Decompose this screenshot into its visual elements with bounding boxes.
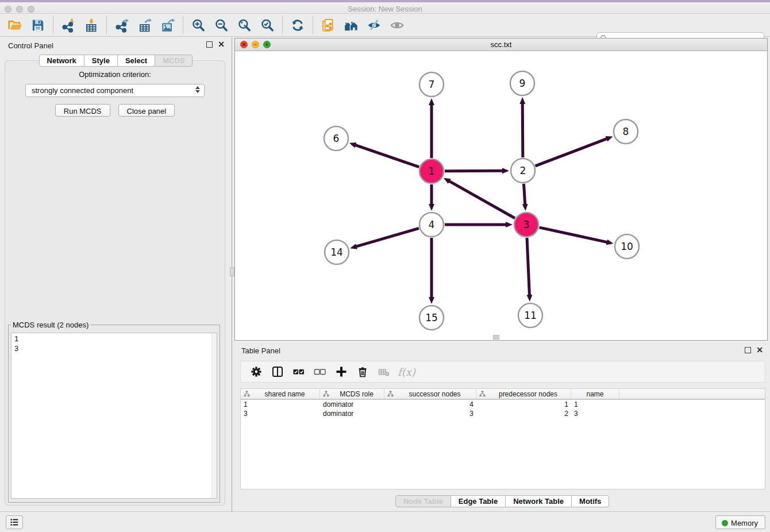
column-header-successor-nodes[interactable]: successor nodes (384, 389, 476, 399)
edge-2-9[interactable] (522, 103, 523, 157)
table-cell[interactable]: 3 (241, 409, 320, 418)
toolbar-separator (183, 17, 183, 34)
select-all-button[interactable] (290, 363, 307, 380)
table-cell[interactable]: 1 (571, 400, 619, 409)
import-table-button[interactable] (80, 16, 103, 35)
column-header-name[interactable]: name (571, 389, 619, 399)
table-cell[interactable]: 2 (476, 409, 571, 418)
tab-style[interactable]: Style (84, 55, 118, 67)
table-cell[interactable]: 3 (571, 409, 619, 418)
export-image-button[interactable] (156, 16, 179, 35)
list-icon (9, 517, 20, 527)
column-header-predecessor-nodes[interactable]: predecessor nodes (476, 389, 571, 399)
tab-select[interactable]: Select (118, 55, 155, 67)
memory-button[interactable]: Memory (715, 515, 765, 529)
close-table-panel-button[interactable]: ✕ (756, 347, 763, 353)
column-header-shared-name[interactable]: shared name (241, 389, 320, 399)
table-panel-header: Table Panel ✕ (234, 345, 770, 357)
hide-graphics-details-button[interactable] (363, 16, 386, 35)
checked-boxes-icon (292, 365, 305, 378)
table-cell[interactable]: 1 (241, 400, 320, 409)
graph-node-4[interactable]: 4 (419, 213, 444, 237)
show-graphics-details-button[interactable] (386, 16, 409, 35)
close-panel-button-2[interactable]: Close panel (118, 104, 175, 117)
svg-text:3: 3 (523, 219, 530, 230)
table-cell[interactable]: 3 (384, 409, 476, 418)
tab-network-table[interactable]: Network Table (506, 495, 572, 507)
delete-table-button[interactable] (375, 363, 392, 380)
column-label: name (571, 390, 619, 398)
criterion-select[interactable]: strongly connected component (25, 84, 205, 97)
graph-node-1[interactable]: 1 (419, 159, 444, 183)
graph-node-8[interactable]: 8 (614, 119, 638, 144)
float-panel-button[interactable] (206, 41, 213, 48)
table-cell[interactable]: dominator (320, 409, 384, 418)
edge-2-3[interactable] (523, 184, 525, 205)
tab-motifs[interactable]: Motifs (572, 495, 609, 507)
table-cell[interactable]: dominator (320, 400, 384, 409)
optimization-criterion-label: Optimization criterion: (5, 70, 225, 79)
graph-node-7[interactable]: 7 (419, 72, 444, 97)
float-table-panel-button[interactable] (745, 347, 751, 353)
result-scrollbar[interactable] (211, 333, 217, 498)
graph-node-3[interactable]: 3 (514, 213, 538, 237)
refresh-button[interactable] (286, 16, 309, 35)
tab-node-table[interactable]: Node Table (395, 495, 451, 507)
show-column-panel-button[interactable] (269, 363, 286, 380)
trash-icon (356, 365, 369, 378)
table-panel-title: Table Panel (241, 346, 280, 355)
show-panels-button[interactable] (6, 515, 23, 529)
edge-1-6[interactable] (355, 145, 419, 167)
criterion-value: strongly connected component (32, 86, 133, 95)
export-network-button[interactable] (110, 16, 133, 35)
canvas-scroll-grip[interactable] (493, 335, 499, 340)
toolbar-separator (106, 17, 107, 34)
table-cell[interactable]: 4 (384, 400, 476, 409)
zoom-fit-button[interactable] (233, 16, 256, 35)
zoom-selected-button[interactable] (256, 16, 279, 35)
edge-4-14[interactable] (356, 228, 419, 246)
graph-node-10[interactable]: 10 (615, 234, 639, 259)
graph-node-15[interactable]: 15 (419, 306, 444, 330)
function-builder-button[interactable]: f(x) (398, 366, 415, 378)
table-settings-button[interactable] (248, 363, 265, 380)
network-canvas[interactable]: 7968124314101511 (235, 51, 767, 340)
graph-node-9[interactable]: 9 (510, 71, 534, 95)
cyndex-browser-button[interactable] (340, 16, 363, 35)
deselect-all-button[interactable] (311, 363, 329, 380)
save-session-button[interactable] (26, 16, 49, 35)
plus-icon (335, 365, 348, 378)
close-panel-button[interactable]: ✕ (218, 41, 225, 48)
edge-3-10[interactable] (539, 228, 607, 242)
tab-edge-table[interactable]: Edge Table (451, 495, 506, 507)
edge-3-1[interactable] (449, 181, 514, 218)
import-network-button[interactable] (57, 16, 80, 35)
graph-node-11[interactable]: 11 (518, 303, 542, 327)
zoom-out-button[interactable] (210, 16, 233, 35)
tab-network[interactable]: Network (39, 55, 84, 67)
svg-text:4: 4 (429, 219, 435, 230)
graph-node-6[interactable]: 6 (324, 126, 348, 151)
table-row[interactable]: 3dominator323 (241, 409, 765, 418)
splitter-grip-icon[interactable] (230, 267, 234, 276)
tab-mcds[interactable]: MCDS (155, 55, 192, 67)
run-mcds-button[interactable]: Run MCDS (55, 104, 110, 117)
houses-icon (344, 18, 359, 33)
add-column-button[interactable] (333, 363, 350, 380)
edge-3-11[interactable] (527, 238, 529, 295)
graph-node-2[interactable]: 2 (511, 159, 535, 183)
delete-column-button[interactable] (354, 363, 371, 380)
open-ndex-network-button[interactable] (317, 16, 340, 35)
edge-2-8[interactable] (536, 138, 607, 165)
column-header-MCDS-role[interactable]: MCDS role (320, 389, 384, 399)
network-graph[interactable]: 7968124314101511 (235, 51, 767, 340)
export-table-button[interactable] (133, 16, 156, 35)
table-row[interactable]: 1dominator411 (241, 400, 765, 409)
open-session-button[interactable] (3, 16, 26, 35)
toolbar-separator (53, 17, 53, 34)
table-cell[interactable]: 1 (476, 400, 571, 409)
zoom-in-button[interactable] (187, 16, 210, 35)
graph-node-14[interactable]: 14 (325, 240, 349, 264)
import-table-icon (84, 18, 99, 33)
edge-1-2[interactable] (445, 171, 503, 171)
